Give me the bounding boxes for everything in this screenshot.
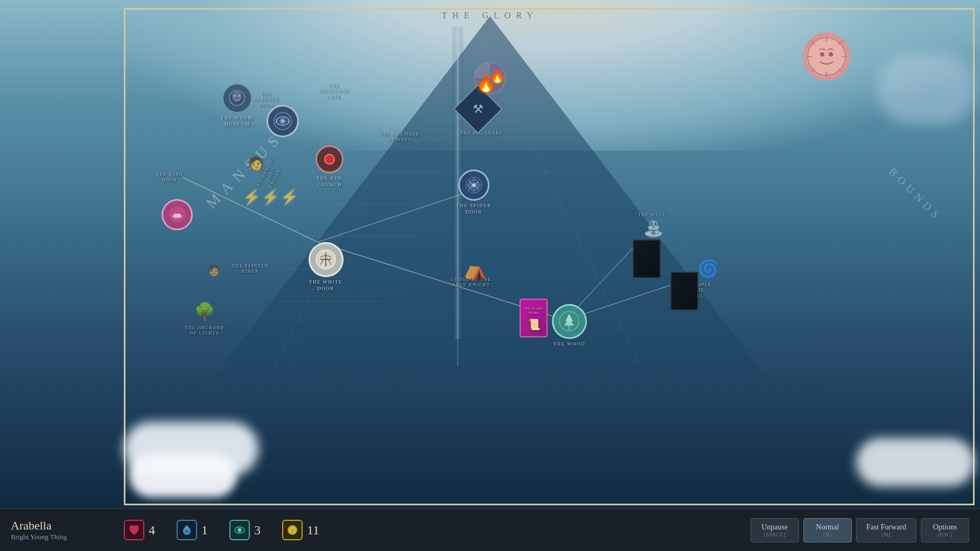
skill-value: 1 [201, 523, 208, 538]
health-icon [124, 520, 144, 540]
bottom-hud: Arabella Bright Young Thing 4 1 [0, 508, 980, 551]
svg-point-34 [238, 95, 240, 97]
health-value: 4 [149, 523, 155, 538]
card-dark-1[interactable] [633, 239, 661, 278]
bounds-label: BOUNDS [886, 165, 944, 223]
svg-point-33 [234, 95, 236, 97]
unpause-button[interactable]: Unpause [SPACE] [751, 518, 799, 542]
options-button[interactable]: Options [ESC] [921, 518, 969, 542]
stat-health: 4 [124, 520, 155, 540]
stat-wealth: $ 11 [282, 520, 319, 540]
svg-point-9 [820, 52, 824, 56]
painted-river-label[interactable]: THE PAINTED RIVER [232, 264, 269, 275]
player-name: Arabella [11, 519, 97, 533]
fast-forward-button[interactable]: Fast Forward [M] [856, 518, 916, 542]
malleary-fire-icon2: 🔥 [490, 70, 505, 84]
knives-symbols: ⚡⚡⚡ [242, 188, 299, 206]
perception-icon [229, 520, 250, 540]
figure-climbing: 🧑 [247, 155, 265, 173]
location-malleary[interactable]: ⚒ THE MALLEARY [460, 91, 503, 136]
triscupid-gate-label[interactable]: THE TRISCUPID GATE [315, 83, 353, 100]
location-white-door[interactable]: THE WHITE DOOR [304, 242, 347, 292]
location-wood[interactable]: THE WOOD [552, 304, 587, 348]
wealth-icon: $ [282, 520, 303, 540]
svg-point-38 [282, 120, 284, 122]
normal-button[interactable]: Normal [N] [803, 518, 852, 542]
cloud-bottom-right-1 [856, 438, 975, 486]
perception-value: 3 [254, 523, 261, 538]
location-stag-door-node[interactable] [162, 199, 193, 230]
svg-point-64 [239, 529, 241, 531]
temple-wheel-icon: 🌀 [697, 258, 719, 279]
game-area: THE GLORY MANSUS BOUNDS [0, 0, 980, 508]
sun-face-icon [802, 32, 851, 81]
lodge-tent-icon: ⛺ [463, 258, 487, 281]
well-icon: ⛲ [643, 220, 663, 238]
stat-perception: 3 [229, 520, 261, 540]
stag-door-label[interactable]: THE STAG DOOR [153, 172, 186, 183]
card-dark-2[interactable] [670, 272, 698, 310]
buttons-area: Unpause [SPACE] Normal [N] Fast Forward … [751, 518, 969, 542]
stats-area: 4 1 3 [124, 520, 751, 540]
location-spider-door[interactable]: THE SPIDER DOOR [452, 169, 495, 215]
cloud-top-right-1 [878, 54, 975, 124]
player-info: Arabella Bright Young Thing [11, 519, 97, 541]
player-title: Bright Young Thing [11, 533, 97, 541]
orchard-tree-icon: 🌳 [194, 301, 215, 322]
well-label[interactable]: THE WELL [638, 213, 666, 217]
svg-point-49 [472, 183, 475, 187]
card-occult-scrap[interactable]: An Occult Scrap 📜 [520, 299, 548, 337]
svg-rect-60 [568, 326, 570, 330]
cloud-bottom-left-2 [129, 454, 237, 497]
svg-text:$: $ [291, 528, 294, 533]
skill-icon [177, 520, 197, 540]
figure-left: 🧑 [207, 264, 221, 277]
orchard-lights-label[interactable]: THE ORCHARD OF LIGHTS [183, 326, 226, 337]
chamber-of-ways-label[interactable]: THE CHAMBER OF WAYS [377, 132, 423, 143]
svg-point-61 [185, 530, 189, 533]
wealth-value: 11 [307, 523, 319, 538]
location-red-church[interactable]: THE RED CHURCH [308, 145, 351, 188]
location-peacock-door[interactable] [267, 105, 299, 137]
svg-point-10 [829, 52, 833, 56]
stat-skill: 1 [177, 520, 208, 540]
